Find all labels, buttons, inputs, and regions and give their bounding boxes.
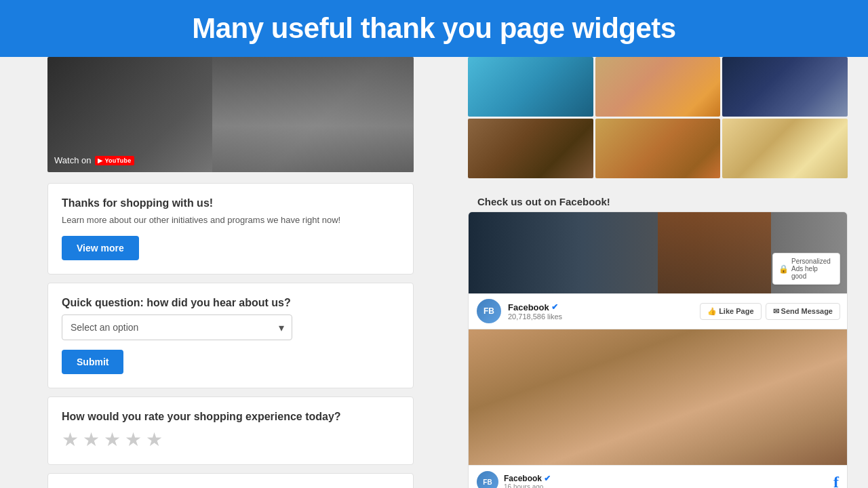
fb-footer-verified-icon: ✔ xyxy=(544,474,551,483)
fb-page-info: Facebook ✔ 20,718,586 likes xyxy=(508,302,694,321)
customer-info-widget: Customer information Contact information… xyxy=(47,473,414,488)
fb-footer-name: Facebook ✔ xyxy=(504,474,551,483)
watch-label: Watch on xyxy=(54,155,91,165)
fb-post-image xyxy=(469,329,847,465)
thanks-description: Learn more about our other initiatives a… xyxy=(62,215,399,225)
star-4[interactable]: ★ xyxy=(125,428,142,451)
fb-profile-bar: FB Facebook ✔ 20,718,586 likes 👍 Like Pa… xyxy=(469,293,847,329)
left-column: Watch on ▶ YouTube Thanks for shopping w… xyxy=(0,57,461,488)
right-column: Check us out on Facebook! 🔒 Personalized… xyxy=(461,57,868,488)
top-banner: Many useful thank you page widgets xyxy=(0,0,868,57)
view-more-button[interactable]: View more xyxy=(62,236,139,260)
facebook-cta-label: Check us out on Facebook! xyxy=(468,189,848,211)
star-5[interactable]: ★ xyxy=(146,428,163,451)
submit-button[interactable]: Submit xyxy=(62,350,123,374)
photo-cell-1 xyxy=(468,57,593,117)
video-person xyxy=(212,57,414,172)
watch-on-youtube: Watch on ▶ YouTube xyxy=(54,155,134,165)
survey-widget: Quick question: how did you hear about u… xyxy=(47,283,414,388)
youtube-logo: ▶ YouTube xyxy=(95,156,134,165)
video-widget: Watch on ▶ YouTube xyxy=(47,57,414,172)
star-1[interactable]: ★ xyxy=(62,428,79,451)
thanks-widget: Thanks for shopping with us! Learn more … xyxy=(47,183,414,274)
lock-icon: 🔒 xyxy=(778,264,789,274)
photo-cell-2 xyxy=(595,57,721,117)
rating-question: How would you rate your shopping experie… xyxy=(62,411,399,423)
fb-ads-overlay: 🔒 Personalized Ads help good xyxy=(772,253,840,285)
fb-people-photo xyxy=(469,329,847,465)
photo-cell-6 xyxy=(722,119,848,178)
fb-logo-icon: f xyxy=(833,473,839,489)
fb-page-name: Facebook ✔ xyxy=(508,302,694,312)
survey-question: Quick question: how did you hear about u… xyxy=(62,297,399,309)
fb-verified-icon: ✔ xyxy=(551,302,558,312)
fb-footer-name-time: Facebook ✔ 16 hours ago xyxy=(504,474,551,489)
fb-footer: FB Facebook ✔ 16 hours ago f xyxy=(469,465,847,488)
photo-cell-5 xyxy=(595,119,721,178)
photo-cell-4 xyxy=(468,119,593,178)
rating-widget: How would you rate your shopping experie… xyxy=(47,396,414,465)
hear-about-dropdown[interactable]: Select an option Google Facebook Instagr… xyxy=(62,314,292,340)
avatar: FB xyxy=(475,298,502,325)
fb-cover-person xyxy=(658,212,771,293)
fb-footer-avatar: FB xyxy=(477,471,498,488)
star-2[interactable]: ★ xyxy=(83,428,100,451)
fb-likes: 20,718,586 likes xyxy=(508,312,694,321)
fb-footer-left: FB Facebook ✔ 16 hours ago xyxy=(477,471,551,488)
dropdown-wrapper: Select an option Google Facebook Instagr… xyxy=(62,314,399,340)
fb-actions: 👍 Like Page ✉ Send Message xyxy=(700,303,840,320)
stars-container: ★ ★ ★ ★ ★ xyxy=(62,428,399,451)
star-3[interactable]: ★ xyxy=(104,428,121,451)
photo-grid xyxy=(468,57,848,178)
fb-footer-name-text: Facebook xyxy=(504,474,542,483)
fb-cover: 🔒 Personalized Ads help good xyxy=(469,212,847,293)
fb-footer-time: 16 hours ago xyxy=(504,483,551,489)
fb-send-message-button[interactable]: ✉ Send Message xyxy=(766,303,840,320)
banner-title: Many useful thank you page widgets xyxy=(14,12,854,45)
fb-page-name-text: Facebook xyxy=(508,302,549,312)
thanks-title: Thanks for shopping with us! xyxy=(62,197,399,209)
facebook-widget: 🔒 Personalized Ads help good FB Facebook… xyxy=(468,211,848,488)
video-thumbnail[interactable]: Watch on ▶ YouTube xyxy=(47,57,414,172)
fb-like-page-button[interactable]: 👍 Like Page xyxy=(700,303,761,320)
ads-text: Personalized Ads help good xyxy=(791,258,834,280)
photo-cell-3 xyxy=(722,57,848,117)
